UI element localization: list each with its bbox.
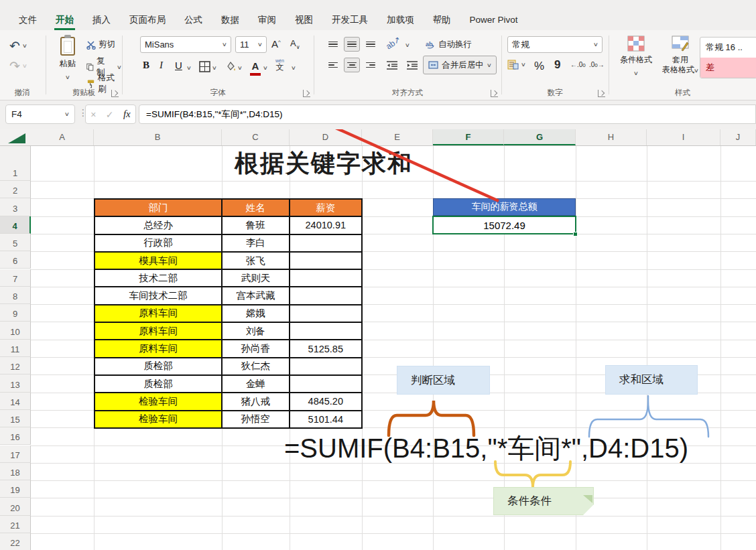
row-header-12[interactable]: 12 [0,357,31,374]
dept-cell[interactable]: 模具车间 [95,253,223,270]
name-cell[interactable]: 刘备 [223,323,290,340]
decrease-decimal-button[interactable]: .00→ [589,61,605,68]
salary-cell[interactable] [290,305,363,323]
column-header-A[interactable]: A [31,129,94,145]
row-header-5[interactable]: 5 [0,234,31,251]
row-header-8[interactable]: 8 [0,287,31,304]
align-center-button[interactable] [344,58,360,72]
ribbon-tab-审阅[interactable]: 审阅 [249,10,286,30]
font-dialog-launcher[interactable] [303,90,310,97]
salary-cell[interactable]: 5125.85 [290,340,363,358]
row-header-17[interactable]: 17 [0,445,31,463]
salary-cell[interactable] [290,270,363,287]
redo-button[interactable]: ↷∨ [9,58,27,74]
bold-button[interactable]: B [143,60,149,71]
row-header-18[interactable]: 18 [0,463,31,480]
increase-indent-button[interactable] [404,58,420,72]
name-cell[interactable]: 李白 [223,235,290,253]
row-header-6[interactable]: 6 [0,251,31,269]
grow-font-button[interactable]: A^ [271,38,281,50]
orientation-button[interactable]: ab↗ [385,38,401,48]
row-header-13[interactable]: 13 [0,374,31,392]
row-header-14[interactable]: 14 [0,393,31,410]
undo-button[interactable]: ↶∨ [9,38,27,54]
enter-icon[interactable]: ✓ [106,109,114,120]
borders-button[interactable] [199,61,210,75]
dept-cell[interactable]: 质检部 [95,376,223,393]
name-cell[interactable]: 孙尚香 [223,340,290,358]
name-cell[interactable]: 嫦娥 [223,305,290,323]
italic-button[interactable]: I [160,60,163,71]
row-header-20[interactable]: 20 [0,498,31,515]
row-header-7[interactable]: 7 [0,269,31,287]
align-top-button[interactable] [325,37,341,52]
dept-cell[interactable]: 质检部 [95,358,223,376]
ribbon-tab-开始[interactable]: 开始 [46,10,83,30]
name-box[interactable]: F4∨ [5,105,75,124]
dept-cell[interactable]: 检验车间 [95,411,223,429]
column-header-I[interactable]: I [647,129,720,145]
row-header-3[interactable]: 3 [0,198,31,216]
fill-color-dropdown[interactable]: ∨ [237,65,243,71]
column-header-E[interactable]: E [362,129,433,145]
salary-cell[interactable] [290,253,363,270]
column-header-B[interactable]: B [94,129,222,145]
percent-style-button[interactable]: % [534,60,544,73]
fill-color-button[interactable] [225,60,237,75]
increase-decimal-button[interactable]: ←.00 [570,61,586,68]
row-header-2[interactable]: 2 [0,181,31,198]
alignment-dialog-launcher[interactable] [491,90,498,97]
salary-cell[interactable] [290,376,363,393]
borders-dropdown[interactable]: ∨ [212,65,217,71]
dept-cell[interactable]: 行政部 [95,235,223,253]
judge-area-callout[interactable]: 判断区域 [397,366,490,395]
dept-cell[interactable]: 车间技术二部 [95,287,223,305]
accounting-format-button[interactable]: ∨ [507,60,525,70]
align-left-button[interactable] [325,58,341,72]
decrease-indent-button[interactable] [384,58,400,72]
column-header-C[interactable]: C [222,129,290,145]
row-header-21[interactable]: 21 [0,516,31,533]
salary-cell[interactable]: 24010.91 [290,217,363,234]
table-header-部门[interactable]: 部门 [95,200,223,217]
name-cell[interactable]: 武则天 [223,270,290,287]
ribbon-tab-加载项[interactable]: 加载项 [377,10,424,30]
row-header-19[interactable]: 19 [0,480,31,498]
salary-cell[interactable] [290,235,363,253]
font-color-dropdown[interactable]: ∨ [263,65,268,71]
dept-cell[interactable]: 总经办 [95,217,223,234]
conditional-formatting-button[interactable]: 条件格式 ∨ [619,36,653,78]
name-cell[interactable]: 宫本武藏 [223,287,290,305]
wrap-text-button[interactable]: ab 自动换行 [426,39,472,50]
cancel-icon[interactable]: × [90,109,96,120]
ribbon-tab-视图[interactable]: 视图 [286,10,322,30]
salary-cell[interactable]: 4845.20 [290,393,363,411]
cell-style-bad[interactable]: 差 [700,58,756,78]
column-header-D[interactable]: D [290,129,362,145]
dept-cell[interactable]: 原料车间 [95,323,223,340]
font-size-combo[interactable]: 11∨ [235,36,267,53]
shrink-font-button[interactable]: A∨ [290,38,300,50]
table-header-姓名[interactable]: 姓名 [223,200,290,217]
criteria-callout[interactable]: 条件条件 [493,487,594,515]
sum-area-callout[interactable]: 求和区域 [605,365,698,395]
name-cell[interactable]: 狄仁杰 [223,358,290,376]
row-header-11[interactable]: 11 [0,340,31,357]
align-bottom-button[interactable] [363,37,379,52]
name-cell[interactable]: 张飞 [223,253,290,270]
row-header-4[interactable]: 4 [0,216,31,234]
cell-style-normal[interactable]: 常规 16 .. [700,38,756,58]
underline-button[interactable]: U [175,60,182,71]
phonetic-button[interactable]: wén 文 [275,58,284,71]
cut-button[interactable]: 剪切 [86,39,115,50]
underline-dropdown[interactable]: ∨ [186,65,192,71]
row-header-15[interactable]: 15 [0,410,31,427]
number-format-combo[interactable]: 常规∨ [507,36,603,53]
name-cell[interactable]: 猪八戒 [223,393,290,411]
name-cell[interactable]: 鲁班 [223,217,290,234]
salary-cell[interactable]: 5101.44 [290,411,363,429]
ribbon-tab-数据[interactable]: 数据 [212,10,249,30]
dept-cell[interactable]: 检验车间 [95,393,223,411]
ribbon-tab-帮助[interactable]: 帮助 [424,10,460,30]
ribbon-tab-Power Pivot[interactable]: Power Pivot [460,10,527,30]
